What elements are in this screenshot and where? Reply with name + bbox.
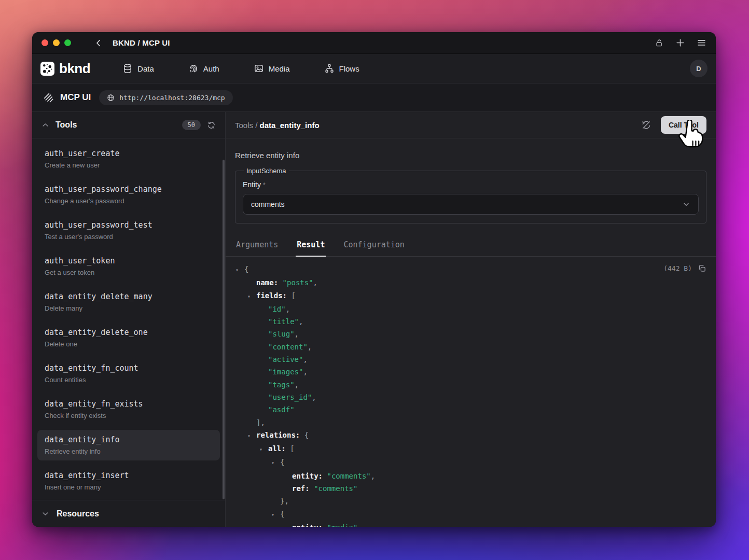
endpoint-url-pill[interactable]: http://localhost:28623/mcp [99,90,233,105]
fingerprint-icon [188,63,199,74]
back-button[interactable] [94,38,103,48]
tool-name: auth_user_password_change [45,185,213,194]
page-title: MCP UI [60,92,91,103]
collapse-toggle-icon[interactable]: ▾ [235,264,244,276]
json-line: ▾relations: { [226,429,706,442]
tab-result[interactable]: Result [296,234,326,257]
call-tool-button[interactable]: Call Tool [661,116,706,134]
json-line: "images", [226,366,706,378]
close-window-button[interactable] [41,39,48,46]
tool-desc: Test a user's password [45,233,213,241]
globe-icon [107,94,115,102]
tool-name: auth_user_create [45,149,213,158]
tool-desc: Change a user's password [45,197,213,205]
json-line: ▾all: [ [226,442,706,456]
tool-name: data_entity_delete_one [45,328,213,337]
result-json-viewer: (442 B) ▾{name: "posts",▾fields: ["id","… [226,257,716,527]
resources-section-header[interactable]: Resources [32,500,225,527]
chevron-down-icon [41,510,49,517]
workflow-icon [324,63,335,74]
menu-icon[interactable] [697,38,706,48]
json-line: ▾fields: [ [226,289,706,303]
tool-description: Retrieve entity info [235,151,706,160]
unlock-icon[interactable] [655,38,664,48]
copy-result-button[interactable] [698,264,706,273]
nav-item-flows[interactable]: Flows [324,63,359,74]
nav-items: Data Auth Media Flows [122,63,359,74]
breadcrumb-current: data_entity_info [260,121,320,130]
tool-desc: Insert one or many [45,483,213,491]
json-line: "active", [226,353,706,366]
nav-item-data[interactable]: Data [122,63,154,74]
json-line: "tags", [226,379,706,391]
tools-sidebar: Tools 50 auth_user_createCreate a new us… [32,112,226,527]
json-line: name: "posts", [226,276,706,289]
tab-arguments[interactable]: Arguments [235,234,279,257]
bknd-logo-icon [40,62,54,76]
entity-select[interactable]: comments [243,194,699,215]
refresh-off-icon [641,120,651,130]
brand-logo[interactable]: bknd [40,61,90,77]
breadcrumb-separator: / [253,121,260,130]
zoom-window-button[interactable] [64,39,71,46]
sidebar-scrollbar[interactable] [223,160,225,499]
tool-desc: Count entities [45,376,213,384]
nav-item-media[interactable]: Media [254,63,290,74]
nav-label: Data [137,64,154,73]
collapse-toggle-icon[interactable]: ▾ [247,290,256,303]
json-line: }, [226,495,706,507]
tool-name: data_entity_info [45,435,213,444]
json-line: ▾{ [226,508,706,521]
tool-list-item[interactable]: data_entity_fn_countCount entities [37,358,220,389]
json-line: ▾{ [226,456,706,469]
minimize-window-button[interactable] [53,39,60,46]
input-schema-fieldset: InputSchema Entity* comments [235,167,706,223]
tool-desc: Get a user token [45,269,213,276]
mcp-bar: MCP UI http://localhost:28623/mcp [32,83,716,112]
tool-list-item[interactable]: data_entity_delete_manyDelete many [37,287,220,317]
tool-desc: Create a new user [45,161,213,169]
tool-desc: Delete one [45,340,213,348]
result-size-badge: (442 B) [663,264,692,272]
json-line: "title", [226,315,706,328]
tools-list: auth_user_createCreate a new userauth_us… [32,138,225,527]
collapse-toggle-icon[interactable]: ▾ [271,457,280,469]
json-line: ▾{ [226,263,706,276]
resources-header-label: Resources [57,509,99,519]
tool-list-item[interactable]: data_entity_fn_existsCheck if entity exi… [37,394,220,425]
tool-list-item[interactable]: auth_user_tokenGet a user token [37,251,220,282]
entity-select-value: comments [251,200,285,208]
breadcrumb-section[interactable]: Tools [235,121,253,130]
user-avatar[interactable]: D [690,60,708,77]
new-tab-icon[interactable] [675,38,685,48]
collapse-toggle-icon[interactable]: ▾ [271,509,280,521]
chevron-up-icon [41,121,49,129]
app-window: BKND / MCP UI bknd Data Auth Media [32,32,716,527]
tool-list-item[interactable]: auth_user_createCreate a new user [37,144,220,174]
collapse-toggle-icon[interactable]: ▾ [259,443,268,456]
desktop: { "titlebar": { "title": "BKND / MCP UI"… [0,0,749,560]
tab-configuration[interactable]: Configuration [342,234,405,257]
tool-list-item[interactable]: data_entity_delete_oneDelete one [37,323,220,353]
tool-name: data_entity_fn_exists [45,399,213,409]
json-line: "id", [226,303,706,315]
entity-field-label: Entity* [243,180,699,189]
tool-name: data_entity_insert [45,471,213,480]
nav-label: Media [269,64,290,73]
refresh-tools-button[interactable] [207,121,216,130]
tool-list-item[interactable]: data_entity_insertInsert one or many [37,466,220,496]
nav-item-auth[interactable]: Auth [188,63,219,74]
tool-list-item[interactable]: auth_user_password_testTest a user's pas… [37,215,220,246]
auto-call-off-button[interactable] [641,120,651,130]
json-line: "users_id", [226,391,706,403]
tool-list-item[interactable]: data_entity_infoRetrieve entity info [37,430,220,460]
tool-detail-header: Tools / data_entity_info Call Tool [226,112,716,138]
collapse-toggle-icon[interactable]: ▾ [247,430,256,442]
json-line: "slug", [226,328,706,340]
nav-label: Auth [203,64,219,73]
json-line: "asdf" [226,403,706,416]
tool-list-item[interactable]: auth_user_password_changeChange a user's… [37,179,220,210]
tool-name: auth_user_password_test [45,220,213,230]
image-icon [254,63,264,74]
tools-section-header[interactable]: Tools 50 [32,112,225,138]
